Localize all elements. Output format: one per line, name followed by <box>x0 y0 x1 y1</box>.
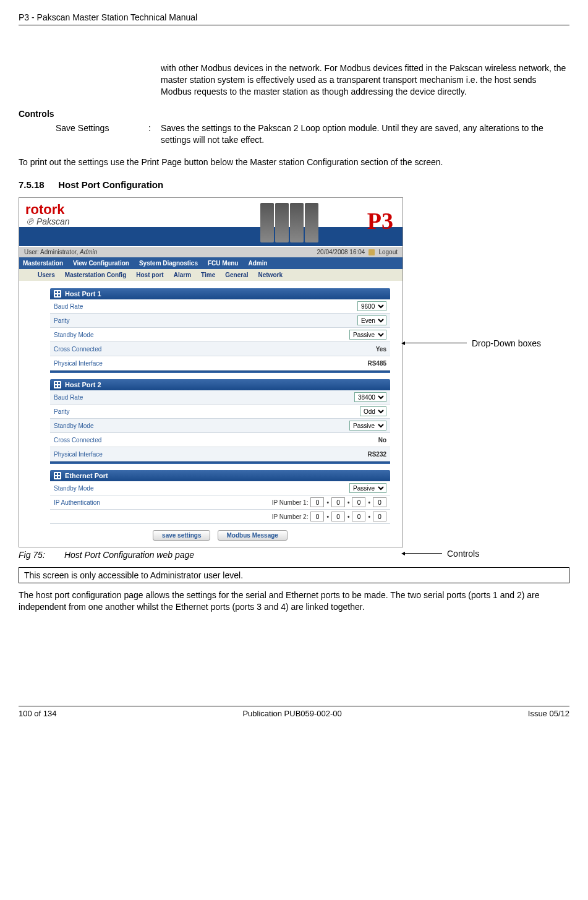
submenu-users[interactable]: Users <box>38 272 55 278</box>
secondary-menu: Users Masterstation Config Host port Ala… <box>19 269 403 281</box>
menu-view-config[interactable]: View Configuration <box>73 260 129 267</box>
p3-standby-select[interactable]: Passive <box>349 483 386 493</box>
user-bar: User: Administrator, Admin 20/04/2008 16… <box>19 247 403 257</box>
ip2-oct4[interactable] <box>373 512 386 521</box>
p2-standby-row: Standby Mode Passive <box>50 419 390 433</box>
p2-cross-value: No <box>378 437 386 444</box>
logout-link[interactable]: Logout <box>378 249 398 255</box>
p2-baud-row: Baud Rate 38400 <box>50 390 390 405</box>
p1-standby-row: Standby Mode Passive <box>50 328 390 342</box>
controls-heading: Controls <box>19 109 569 119</box>
primary-menu: Masterstation View Configuration System … <box>19 257 403 269</box>
logo-pakscan: ℗ Pakscan <box>25 216 70 226</box>
header-rule <box>19 25 569 25</box>
p1-parity-row: Parity Even <box>50 314 390 328</box>
panel-icon <box>54 472 61 479</box>
p1-baud-row: Baud Rate 9600 <box>50 299 390 314</box>
ip1-group: IP Number 1: • • • <box>272 497 386 507</box>
ip2-oct2[interactable] <box>331 512 345 521</box>
p1-phys-label: Physical Interface <box>54 360 103 367</box>
p3-ipauth-label: IP Authentication <box>54 499 100 506</box>
p1-phys-row: Physical Interface RS485 <box>50 356 390 371</box>
panel1-header: Host Port 1 <box>50 288 390 299</box>
colon: : <box>148 122 161 146</box>
device-image <box>260 203 347 242</box>
ip2-oct1[interactable] <box>310 512 324 521</box>
p1-cross-label: Cross Connected <box>54 346 101 353</box>
closing-paragraph: The host port configuration page allows … <box>19 589 569 613</box>
user-info: User: Administrator, Admin <box>24 249 97 255</box>
p3-logo: P3 <box>367 207 393 234</box>
section-number: 7.5.18 <box>19 179 56 190</box>
p1-cross-value: Yes <box>376 346 386 353</box>
p2-baud-select[interactable]: 38400 <box>354 392 386 402</box>
p2-parity-select[interactable]: Odd <box>360 406 386 416</box>
lock-icon <box>369 249 375 255</box>
p1-parity-select[interactable]: Even <box>357 315 386 325</box>
figure-caption: Fig 75: Host Port Configuration web page <box>19 550 569 560</box>
submenu-general[interactable]: General <box>225 272 248 278</box>
submenu-alarm[interactable]: Alarm <box>174 272 191 278</box>
banner: rotork ℗ Pakscan P3 <box>19 198 403 247</box>
ip2-group: IP Number 2: • • • <box>272 512 386 521</box>
intro-paragraph: with other Modbus devices in the network… <box>161 62 569 98</box>
logo: rotork ℗ Pakscan <box>25 202 70 226</box>
p2-cross-label: Cross Connected <box>54 437 101 444</box>
p1-standby-label: Standby Mode <box>54 332 94 338</box>
panel-icon <box>54 290 61 298</box>
submenu-hostport[interactable]: Host port <box>136 272 163 278</box>
annotation-controls: Controls <box>405 549 479 559</box>
print-instructions: To print out the settings use the Print … <box>19 156 569 168</box>
save-settings-button[interactable]: save settings <box>153 530 210 541</box>
section-heading: 7.5.18 Host Port Configuration <box>19 179 569 190</box>
ip1-oct3[interactable] <box>352 497 365 507</box>
section-title: Host Port Configuration <box>58 179 163 190</box>
p2-phys-row: Physical Interface RS232 <box>50 447 390 461</box>
submenu-network[interactable]: Network <box>258 272 283 278</box>
p2-parity-row: Parity Odd <box>50 405 390 419</box>
p2-parity-label: Parity <box>54 408 70 415</box>
p3-standby-label: Standby Mode <box>54 485 94 492</box>
logo-rotork: rotork <box>25 202 70 218</box>
panel3-header: Ethernet Port <box>50 470 390 481</box>
annotation-dropdown: Drop-Down boxes <box>405 338 541 348</box>
modbus-message-button[interactable]: Modbus Message <box>218 530 288 541</box>
screenshot-figure: rotork ℗ Pakscan P3 User: Administrator,… <box>19 197 569 547</box>
panel2-header: Host Port 2 <box>50 379 390 390</box>
ip1-oct2[interactable] <box>331 497 345 507</box>
p1-baud-select[interactable]: 9600 <box>357 301 386 311</box>
screenshot-window: rotork ℗ Pakscan P3 User: Administrator,… <box>19 197 403 547</box>
menu-fcu[interactable]: FCU Menu <box>208 260 238 267</box>
content-area: Host Port 1 Baud Rate 9600 Parity Even S… <box>19 281 403 547</box>
footer-rule <box>19 706 569 706</box>
p2-standby-select[interactable]: Passive <box>349 421 386 431</box>
p3-ipauth-row: IP Authentication IP Number 1: • • • <box>50 495 390 510</box>
p3-ip2-row: IP Number 2: • • • <box>50 510 390 524</box>
submenu-ms-config[interactable]: Masterstation Config <box>65 272 126 278</box>
submenu-time[interactable]: Time <box>201 272 215 278</box>
ip2-oct3[interactable] <box>352 512 365 521</box>
p3-standby-row: Standby Mode Passive <box>50 481 390 495</box>
note-box: This screen is only accessible to Admini… <box>19 567 569 583</box>
ip1-oct1[interactable] <box>310 497 324 507</box>
page-number: 100 of 134 <box>19 709 56 718</box>
menu-admin[interactable]: Admin <box>248 260 267 267</box>
p1-parity-label: Parity <box>54 317 70 324</box>
save-settings-row: Save Settings : Saves the settings to th… <box>56 122 569 146</box>
p2-baud-label: Baud Rate <box>54 394 83 401</box>
ip1-oct4[interactable] <box>373 497 386 507</box>
p2-cross-row: Cross Connected No <box>50 433 390 447</box>
save-settings-text: Saves the settings to the Pakscan 2 Loop… <box>161 122 569 146</box>
button-row: save settings Modbus Message <box>50 530 390 541</box>
p1-standby-select[interactable]: Passive <box>349 330 386 340</box>
p2-phys-value: RS232 <box>367 451 386 458</box>
issue: Issue 05/12 <box>528 709 569 718</box>
doc-header: P3 - Pakscan Master Station Technical Ma… <box>19 12 569 22</box>
p2-standby-label: Standby Mode <box>54 422 94 429</box>
menu-sys-diag[interactable]: System Diagnostics <box>139 260 198 267</box>
save-settings-label: Save Settings <box>56 122 148 146</box>
footer: 100 of 134 Publication PUB059-002-00 Iss… <box>19 706 569 718</box>
publication: Publication PUB059-002-00 <box>242 709 341 718</box>
panel-icon <box>54 381 61 388</box>
menu-masterstation[interactable]: Masterstation <box>23 260 63 267</box>
